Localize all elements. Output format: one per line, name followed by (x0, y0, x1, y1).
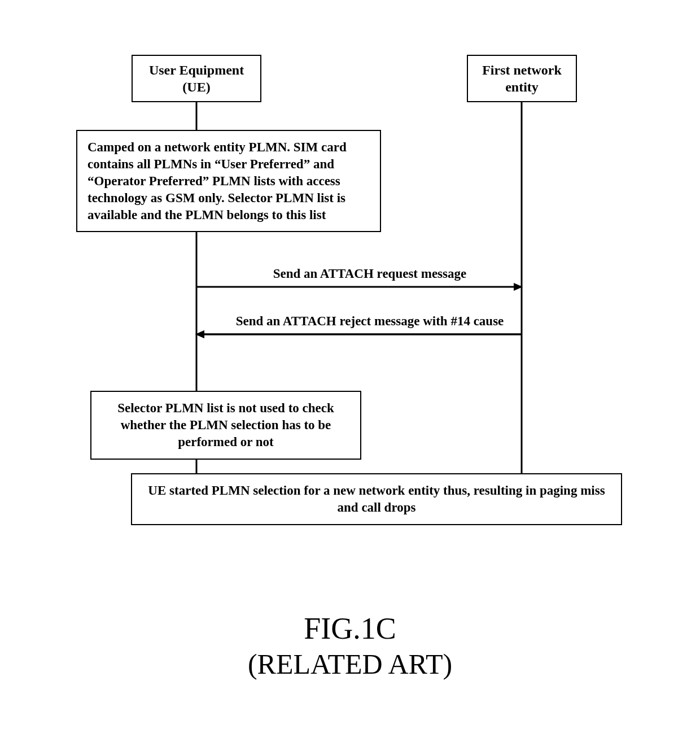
state-selector-text: Selector PLMN list is not used to check … (117, 401, 334, 449)
state-camped-box: Camped on a network entity PLMN. SIM car… (76, 130, 381, 232)
figure-subtitle: (RELATED ART) (0, 648, 700, 680)
network-header-label: First network entity (482, 63, 562, 94)
message-attach-reject: Send an ATTACH reject message with #14 c… (172, 314, 567, 329)
ue-header-label: User Equipment (UE) (149, 63, 244, 94)
network-header-box: First network entity (467, 55, 577, 102)
state-result-box: UE started PLMN selection for a new netw… (131, 473, 622, 525)
figure-title: FIG.1C (0, 611, 700, 646)
figure-title-text: FIG.1C (304, 612, 396, 645)
sequence-diagram: User Equipment (UE) First network entity… (0, 0, 700, 755)
state-selector-box: Selector PLMN list is not used to check … (90, 391, 361, 460)
message-attach-reject-text: Send an ATTACH reject message with #14 c… (236, 314, 504, 328)
ue-header-box: User Equipment (UE) (132, 55, 261, 102)
message-attach-request: Send an ATTACH request message (172, 267, 567, 281)
message-attach-request-text: Send an ATTACH request message (273, 267, 466, 281)
state-camped-text: Camped on a network entity PLMN. SIM car… (88, 140, 347, 222)
figure-subtitle-text: (RELATED ART) (248, 648, 452, 680)
state-result-text: UE started PLMN selection for a new netw… (148, 483, 605, 514)
